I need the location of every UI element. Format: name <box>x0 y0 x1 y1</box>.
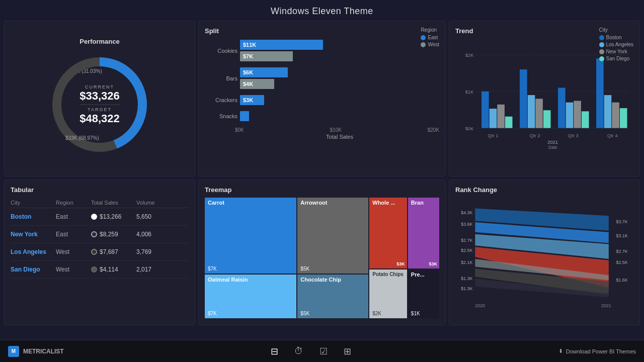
svg-text:$2.7K: $2.7K <box>461 238 472 243</box>
tm-col-3: Whole ... $3K Potato Chips $2K <box>369 198 407 318</box>
legend-la: Los Angeles <box>599 42 634 47</box>
svg-text:2021: 2021 <box>547 140 558 145</box>
tm-pre-value: $1K <box>411 311 436 316</box>
bar-row-crackers: Crackers $3K <box>205 95 439 105</box>
svg-rect-22 <box>612 103 619 128</box>
svg-text:$1.3K: $1.3K <box>461 276 472 281</box>
svg-text:$1.3K: $1.3K <box>461 286 472 291</box>
svg-text:Qtr 4: Qtr 4 <box>607 133 618 138</box>
table-row: San Diego West $4,114 2,017 <box>11 261 189 279</box>
split-card: Split Region East West Cookies $11K $7K <box>198 21 446 176</box>
sales-newyork: $8,259 <box>91 231 136 238</box>
tm-oatmeal-label: Oatmeal Raisin <box>208 277 293 283</box>
bar-row-snacks: Snacks <box>205 111 439 121</box>
treemap-card: Treemap Carrot $7K Oatmeal Raisin $7K Ar… <box>198 179 446 325</box>
city-sandiego: San Diego <box>11 266 56 273</box>
nav-table-icon[interactable]: ⊟ <box>271 346 278 357</box>
bar-row-bars: Bars $6K $4K <box>205 67 439 89</box>
svg-text:$2.5K: $2.5K <box>461 248 472 253</box>
bar-group-crackers: $3K <box>240 95 264 105</box>
current-label: CURRENT <box>79 84 120 89</box>
tm-carrot-label: Carrot <box>208 200 293 206</box>
city-la: Los Angeles <box>11 248 56 255</box>
svg-text:Date: Date <box>548 145 557 149</box>
svg-rect-11 <box>505 117 513 128</box>
region-sandiego: West <box>56 266 91 273</box>
svg-rect-18 <box>574 101 581 128</box>
table-row: New York East $8,259 4,006 <box>11 226 189 243</box>
tm-col-2: Arrowroot $5K Chocolate Chip $5K <box>297 198 368 318</box>
svg-rect-17 <box>566 103 574 128</box>
tm-chocchip-label: Chocolate Chip <box>300 277 365 283</box>
svg-text:$2K: $2K <box>465 53 474 58</box>
legend-sd: San Diego <box>599 56 634 61</box>
donut-chart: CURRENT $33,326 TARGET $48,322 <box>44 49 155 160</box>
table-row: Boston East $13,266 5,650 <box>11 208 189 226</box>
download-button[interactable]: ⬇ Download Power BI Themes <box>558 348 636 354</box>
svg-text:$0K: $0K <box>465 126 474 131</box>
bar-label-cookies: Cookies <box>205 48 237 54</box>
target-value: $48,322 <box>79 112 120 125</box>
brand-icon: M <box>8 346 19 357</box>
bar-east-crackers: $3K <box>240 95 264 105</box>
nav-icons: ⊟ ⏱ ☑ ⊞ <box>271 346 351 357</box>
svg-text:Qtr 1: Qtr 1 <box>488 133 499 138</box>
col-region: Region <box>56 200 91 206</box>
current-value: $33,326 <box>79 89 120 102</box>
nav-grid-icon[interactable]: ⊞ <box>344 346 351 357</box>
svg-rect-20 <box>596 58 604 128</box>
tm-pre: Pre... $1K <box>408 269 439 318</box>
split-chart: Cookies $11K $7K Bars $6K $4K Crackers $… <box>205 40 439 140</box>
download-icon: ⬇ <box>558 348 563 354</box>
tm-potato-value: $2K <box>372 311 404 316</box>
volume-sandiego: 2,017 <box>136 266 172 273</box>
volume-boston: 5,650 <box>136 213 172 220</box>
brand-label: METRICALIST <box>23 348 64 355</box>
nav-check-icon[interactable]: ☑ <box>319 346 328 357</box>
ny-label: New York <box>606 49 627 54</box>
tm-whole-label: Whole ... <box>372 200 404 206</box>
ny-dot <box>599 49 604 54</box>
svg-text:$2.1K: $2.1K <box>461 260 472 265</box>
tm-arrowroot-value: $5K <box>300 266 365 272</box>
tabular-card: Tabular City Region Total Sales Volume B… <box>4 179 195 325</box>
tm-arrowroot: Arrowroot $5K <box>297 198 368 274</box>
x-label-0: $0K <box>235 127 244 133</box>
sales-la: $7,687 <box>91 248 136 255</box>
target-label: TARGET <box>79 107 120 112</box>
svg-rect-16 <box>558 88 566 128</box>
svg-text:$3.6K: $3.6K <box>461 222 472 227</box>
sales-dot-sandiego <box>91 266 97 273</box>
bar-row-cookies: Cookies $11K $7K <box>205 40 439 61</box>
legend-boston: Boston <box>599 35 634 40</box>
perf-label-bottom: $33K (68.97%) <box>65 135 99 141</box>
svg-text:$3.1K: $3.1K <box>616 233 628 238</box>
bar-group-bars: $6K $4K <box>240 67 288 89</box>
tm-carrot: Carrot $7K <box>205 198 296 274</box>
tm-oatmeal-value: $7K <box>208 311 293 316</box>
bar-west-cookies: $7K <box>240 51 293 61</box>
svg-rect-21 <box>604 95 612 128</box>
svg-rect-10 <box>497 105 505 128</box>
sales-sandiego: $4,114 <box>91 266 136 273</box>
nav-clock-icon[interactable]: ⏱ <box>294 346 303 357</box>
split-title: Split <box>205 27 439 35</box>
table-row: Los Angeles West $7,687 3,769 <box>11 243 189 261</box>
svg-text:Qtr 3: Qtr 3 <box>568 133 579 138</box>
svg-text:Qtr 2: Qtr 2 <box>530 133 540 138</box>
bar-east-cookies: $11K <box>240 40 323 50</box>
tm-col-4: Bran $3K Pre... $1K <box>408 198 439 318</box>
svg-rect-14 <box>535 99 543 128</box>
sales-dot-boston <box>91 214 97 220</box>
boston-dot <box>599 35 604 40</box>
region-la: West <box>56 248 91 255</box>
tm-carrot-value: $7K <box>208 266 293 272</box>
tm-potato: Potato Chips $2K <box>369 269 407 318</box>
bar-east-bars: $6K <box>240 67 288 77</box>
tm-col-1: Carrot $7K Oatmeal Raisin $7K <box>205 198 296 318</box>
rank-change-svg: $4.3K $3.6K $2.7K $2.5K $2.1K $1.3K $1.3… <box>455 198 633 313</box>
split-x-axis: $0K $10K $20K <box>205 127 439 133</box>
tm-bran: Bran $3K <box>408 198 439 268</box>
rank-change-card: Rank Change $4.3K $3.6K $2.7K $2.5K $2.1… <box>449 179 640 325</box>
tm-potato-label: Potato Chips <box>372 272 404 277</box>
